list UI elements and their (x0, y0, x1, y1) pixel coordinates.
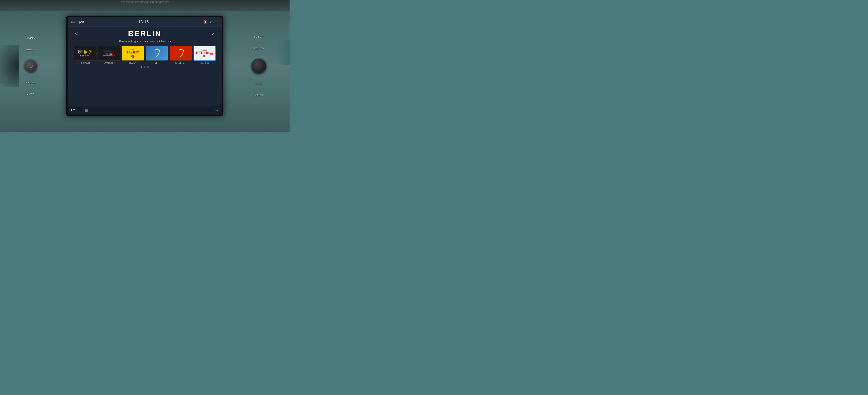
station-label-teddy: TEDDY (129, 61, 137, 64)
airbag-on: ON (159, 2, 161, 4)
station-label-berlin: BERLIN (200, 61, 209, 64)
header-left: Sport (71, 20, 84, 24)
stations-row: FUNK HAUS 7 EUROPA (72, 46, 218, 64)
screen-bezel: Sport 13:15 🔇 20.5°C < BERLIN (66, 16, 223, 116)
power-icon (28, 64, 33, 68)
header-right: 🔇 20.5°C (203, 20, 219, 24)
page-dot-3[interactable] (147, 66, 149, 68)
svg-point-0 (72, 23, 73, 23)
station-label-antenne: Antennb (104, 61, 113, 64)
station-logo-antenne: antenne rbb rbb BRANDENBURG (98, 46, 120, 61)
station-tile-berlin[interactable]: radio BERLIN rbb 88,8 BERLIN (193, 46, 216, 64)
car-button[interactable]: CAR (251, 80, 266, 87)
menu-button[interactable]: MENU (250, 91, 267, 99)
list-view-icon[interactable]: ☰ (79, 108, 82, 112)
main-content: < BERLIN > Alles zum Programm unter www.… (68, 27, 222, 105)
volume-icon: 🔇 (203, 20, 208, 24)
station-logo-teddy: RADIO TEDDY 🐻 (122, 46, 144, 61)
car-interior: PASSENGER AIR BAG OFF ✖ ON ⊘ RADIO MEDIA (0, 0, 289, 132)
station-logo-dlf (146, 46, 168, 61)
toolbar-right: ⚙ (215, 108, 219, 112)
page-dot-1[interactable] (141, 66, 142, 68)
airbag-label: PASSENGER (125, 2, 138, 4)
station-nav: < BERLIN > (72, 29, 218, 38)
radio-button[interactable]: RADIO (22, 34, 40, 41)
airbag-icon1: ✖ (155, 2, 157, 4)
right-controls: SETUP SOUND CAR MENU (228, 0, 289, 132)
station-tile-antenne[interactable]: antenne rbb rbb BRANDENBURG Antennb (98, 46, 120, 64)
station-label-funkhaus: Funkhaus (80, 61, 90, 64)
svg-point-1 (74, 23, 75, 23)
airbag-label2: AIR BAG (140, 2, 149, 4)
page-dot-2[interactable] (144, 66, 146, 68)
prev-station-button[interactable]: < (72, 30, 81, 38)
media-button[interactable]: MEDIA (22, 46, 40, 53)
mute-button[interactable]: MUTE (22, 90, 39, 98)
station-label-dlf: DLF (155, 61, 159, 64)
vent-fin (165, 1, 169, 3)
sound-button[interactable]: SOUND (249, 45, 268, 52)
volume-knob[interactable] (251, 59, 266, 74)
toolbar-left: FM ☰ ▦ (71, 108, 89, 112)
station-label-dkultur: DKULTUR (175, 61, 186, 64)
station-tile-funkhaus[interactable]: FUNK HAUS 7 EUROPA (74, 46, 96, 64)
station-logo-berlin: radio BERLIN rbb 88,8 (193, 46, 216, 61)
vent-fin (121, 1, 125, 3)
station-subtitle: Alles zum Programm unter www.radioberlin… (119, 40, 171, 43)
setup-button[interactable]: SETUP (250, 33, 268, 40)
airbag-icon2: ⊘ (163, 2, 165, 4)
station-tile-dlf[interactable]: DLF (146, 46, 168, 64)
next-station-button[interactable]: > (208, 30, 218, 38)
phone-button[interactable]: PHONE (21, 79, 40, 86)
bottom-toolbar: FM ☰ ▦ ⚙ (68, 105, 222, 115)
car-icon (71, 20, 76, 23)
header-bar: Sport 13:15 🔇 20.5°C (68, 18, 222, 27)
header-time: 13:15 (138, 20, 149, 24)
airbag-off: OFF (150, 2, 154, 4)
airbag-indicator: PASSENGER AIR BAG OFF ✖ ON ⊘ (125, 2, 165, 4)
station-logo-dkultur (169, 46, 192, 61)
dashboard: PASSENGER AIR BAG OFF ✖ ON ⊘ RADIO MEDIA (0, 0, 289, 132)
divider (25, 44, 36, 44)
station-tile-teddy[interactable]: RADIO TEDDY 🐻 TEDDY (122, 46, 144, 64)
grid-view-icon[interactable]: ▦ (85, 108, 89, 112)
drive-mode-label: Sport (78, 20, 84, 24)
station-tile-dkultur[interactable]: DKULTUR (169, 46, 192, 64)
settings-icon[interactable]: ⚙ (215, 108, 219, 112)
power-button[interactable] (24, 60, 37, 72)
band-label[interactable]: FM (71, 108, 75, 112)
page-dots (141, 66, 149, 68)
station-logo-funkhaus: FUNK HAUS 7 EUROPA (74, 46, 96, 61)
left-controls: RADIO MEDIA PHONE MUTE (0, 0, 61, 132)
station-name: BERLIN (128, 29, 161, 38)
infotainment-screen: Sport 13:15 🔇 20.5°C < BERLIN (68, 18, 222, 115)
temperature-label: 20.5°C (210, 20, 219, 24)
